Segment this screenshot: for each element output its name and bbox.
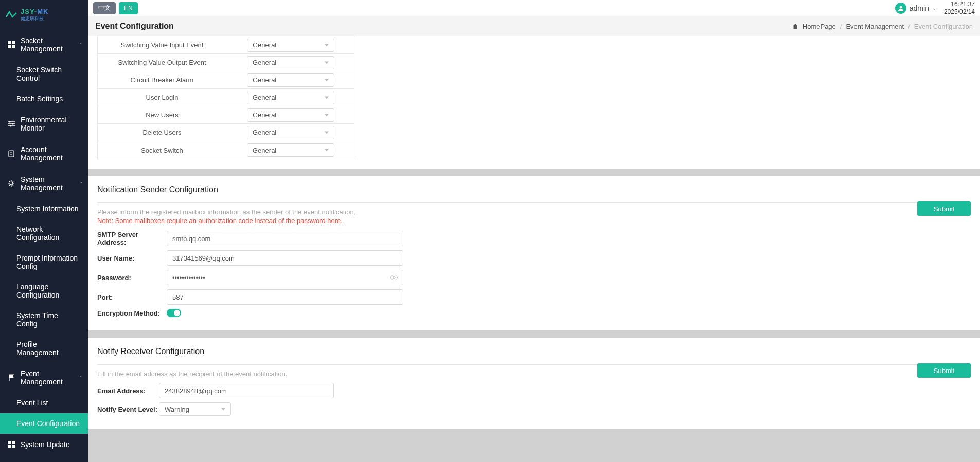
grid-icon xyxy=(7,440,15,449)
lang-zh-button[interactable]: 中文 xyxy=(93,2,116,14)
encryption-toggle[interactable] xyxy=(167,309,181,317)
svg-rect-10 xyxy=(9,151,14,157)
logo: JSY-MK 健思研科技 xyxy=(0,0,88,30)
svg-rect-2 xyxy=(8,45,11,48)
page-title: Event Configuration xyxy=(95,22,174,31)
sender-config-card: Notification Sender Configuration Submit… xyxy=(88,176,980,330)
sidebar-sub-network-configuration[interactable]: Network Configuration xyxy=(0,219,88,248)
sidebar-item-socket-management[interactable]: Socket Management ⌃ xyxy=(0,30,88,60)
sidebar-sub-event-list[interactable]: Event List xyxy=(0,393,88,413)
sidebar-item-event-management[interactable]: Event Management ⌃ xyxy=(0,363,88,393)
email-label: Email Address: xyxy=(97,387,159,395)
chevron-up-icon: ⌃ xyxy=(79,375,83,381)
notify-level-label: Notify Event Level: xyxy=(97,405,159,413)
event-label: Delete Users xyxy=(98,128,226,136)
time-label: 16:21:37 xyxy=(944,1,975,8)
svg-point-18 xyxy=(899,6,902,8)
titlebar: Event Configuration HomePage / Event Man… xyxy=(88,16,980,36)
sidebar-sub-system-information[interactable]: System Information xyxy=(0,198,88,219)
sliders-icon xyxy=(7,120,15,128)
event-level-select[interactable]: General xyxy=(247,143,334,157)
sidebar-item-environmental-monitor[interactable]: Environmental Monitor xyxy=(0,109,88,139)
event-level-select[interactable]: General xyxy=(247,39,334,52)
receiver-submit-button[interactable]: Submit xyxy=(917,363,971,378)
sidebar-item-system-management[interactable]: System Management ⌃ xyxy=(0,169,88,198)
event-level-select[interactable]: General xyxy=(247,56,334,69)
clipboard-icon xyxy=(7,150,15,158)
sidebar-item-system-update[interactable]: System Update xyxy=(0,434,88,455)
svg-point-7 xyxy=(9,121,11,123)
lang-en-button[interactable]: EN xyxy=(119,2,138,14)
breadcrumb-event-management[interactable]: Event Management xyxy=(846,23,904,30)
logo-brand-jsy: JSY- xyxy=(21,8,37,15)
sidebar-item-label: Event Management xyxy=(21,369,81,386)
event-row: Circuit Breaker Alarm General xyxy=(98,71,354,89)
flag-icon xyxy=(7,374,15,382)
event-row: Delete Users General xyxy=(98,124,354,141)
receiver-config-card: Notify Receiver Configuration Submit Fil… xyxy=(88,338,980,429)
sidebar-sub-profile-management[interactable]: Profile Management xyxy=(0,334,88,363)
password-input[interactable] xyxy=(167,270,403,285)
svg-rect-1 xyxy=(12,41,15,44)
divider xyxy=(97,202,971,203)
eye-icon[interactable] xyxy=(390,275,398,280)
email-input[interactable] xyxy=(159,383,334,398)
smtp-input[interactable] xyxy=(167,231,403,246)
smtp-label: SMTP Server Address: xyxy=(97,231,167,246)
svg-rect-3 xyxy=(12,45,15,48)
topbar: 中文 EN admin ⌄ 16:21:37 2025/02/14 xyxy=(88,0,980,16)
receiver-card-title: Notify Receiver Configuration xyxy=(97,347,971,356)
port-label: Port: xyxy=(97,293,167,301)
event-label: Socket Switch xyxy=(98,146,226,154)
svg-rect-14 xyxy=(8,441,11,444)
event-row: User Login General xyxy=(98,89,354,106)
event-label: Switching Value Output Event xyxy=(98,59,226,66)
sidebar-sub-prompt-information-config[interactable]: Prompt Information Config xyxy=(0,248,88,276)
sender-card-title: Notification Sender Configuration xyxy=(97,185,971,194)
event-level-select[interactable]: General xyxy=(247,91,334,104)
sidebar-item-label: Socket Management xyxy=(21,36,81,53)
svg-point-9 xyxy=(10,125,12,127)
sidebar-item-account-management[interactable]: Account Management xyxy=(0,139,88,169)
content: Switching Value Input Event General Swit… xyxy=(88,36,980,462)
breadcrumb-home[interactable]: HomePage xyxy=(803,23,836,30)
svg-rect-0 xyxy=(8,41,11,44)
event-level-select[interactable]: General xyxy=(247,108,334,122)
logo-brand-mk: MK xyxy=(37,8,48,15)
event-label: Circuit Breaker Alarm xyxy=(98,76,226,84)
sidebar-sub-socket-switch-control[interactable]: Socket Switch Control xyxy=(0,60,88,88)
sidebar-sub-event-configuration[interactable]: Event Configuration xyxy=(0,413,88,434)
chevron-up-icon: ⌃ xyxy=(79,181,83,187)
user-menu[interactable]: admin ⌄ xyxy=(895,3,936,14)
event-row: Socket Switch General xyxy=(98,141,354,159)
sidebar-item-label: System Update xyxy=(21,440,70,449)
divider xyxy=(97,364,971,365)
event-label: New Users xyxy=(98,111,226,119)
event-level-card: Switching Value Input Event General Swit… xyxy=(88,36,980,169)
svg-rect-15 xyxy=(12,441,15,444)
encryption-label: Encryption Method: xyxy=(97,309,167,317)
gear-icon xyxy=(7,179,15,188)
date-label: 2025/02/14 xyxy=(944,8,975,15)
event-label: Switching Value Input Event xyxy=(98,41,226,49)
sidebar-sub-language-configuration[interactable]: Language Configuration xyxy=(0,276,88,305)
datetime: 16:21:37 2025/02/14 xyxy=(944,1,975,15)
username-label: User Name: xyxy=(97,254,167,262)
notify-level-select[interactable]: Warning xyxy=(159,402,231,416)
grid-icon xyxy=(7,41,15,49)
event-level-select[interactable]: General xyxy=(247,126,334,139)
event-row: Switching Value Input Event General xyxy=(98,36,354,54)
user-name: admin xyxy=(910,4,929,12)
username-input[interactable] xyxy=(167,250,403,266)
event-level-select[interactable]: General xyxy=(247,73,334,87)
svg-point-8 xyxy=(12,123,14,125)
receiver-hint: Fill in the email address as the recipie… xyxy=(97,370,971,378)
home-icon xyxy=(792,23,798,29)
svg-rect-16 xyxy=(8,445,11,448)
sidebar-sub-batch-settings[interactable]: Batch Settings xyxy=(0,88,88,109)
event-row: Switching Value Output Event General xyxy=(98,54,354,71)
sidebar-sub-system-time-config[interactable]: System Time Config xyxy=(0,305,88,334)
main: 中文 EN admin ⌄ 16:21:37 2025/02/14 Event … xyxy=(88,0,980,462)
sender-submit-button[interactable]: Submit xyxy=(917,201,971,216)
port-input[interactable] xyxy=(167,289,403,305)
